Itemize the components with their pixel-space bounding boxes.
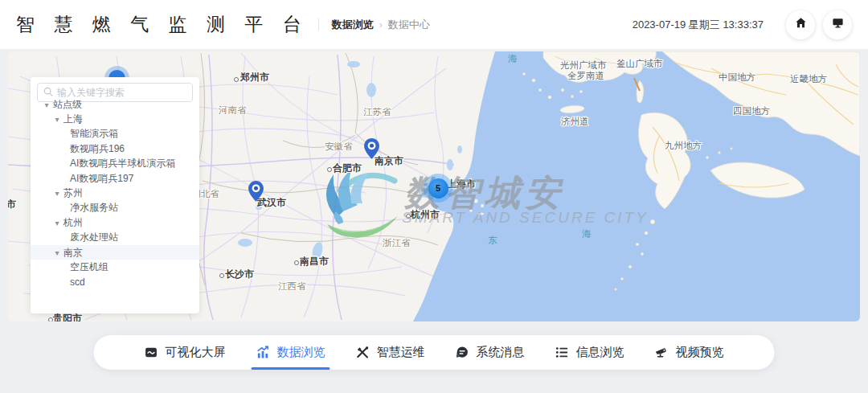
tab-visual-dashboard[interactable]: 可视化大屏 [145,335,226,370]
map-label-city: 合肥市 [333,162,362,175]
tree-leaf[interactable]: AI数视哨兵半球机演示箱 [31,157,199,171]
bottom-nav: 可视化大屏 数据浏览 智慧运维 系统消息 信息浏览 视频预览 [94,335,775,370]
tree-node-sitelevel[interactable]: ▾站点级 [31,97,199,112]
map-label-sea: 海 [582,228,592,240]
breadcrumb-section[interactable]: 数据浏览 [332,18,374,32]
tree-leaf[interactable]: 智能演示箱 [31,127,199,141]
chevron-down-icon[interactable]: ▾ [52,115,62,124]
chevron-down-icon[interactable]: ▾ [42,100,51,109]
map-label-city: 郑州市 [240,71,269,84]
tree-node-nanjing[interactable]: ▾南京 [31,245,199,260]
map-label-province: 安徽省 [325,141,353,153]
tree-leaf[interactable]: 空压机组 [31,260,199,274]
chevron-down-icon[interactable]: ▾ [52,219,62,227]
tab-system-message[interactable]: 系统消息 [456,335,525,370]
header-divider [318,18,319,31]
map-label-city: 南昌市 [300,255,329,268]
city-dot-marker [294,260,299,265]
breadcrumb-chevron-icon: › [379,19,383,31]
tree-node-suzhou[interactable]: ▾苏州 [31,186,199,200]
map-label-region: 全罗南道 [567,70,604,82]
map-canvas[interactable]: 数智城安 SMART AND SECURE CITY 郑州市 河南省 江苏省 安… [8,51,860,321]
map-pin-wuhan[interactable] [248,181,264,205]
city-dot-marker [234,77,239,82]
map-label-sea: 东 [488,235,497,247]
city-dot-marker [327,167,332,172]
map-label-sea: 海 [508,53,518,65]
screen-icon [832,17,844,32]
city-dot-marker [48,317,53,321]
chevron-down-icon[interactable]: ▾ [52,189,62,198]
map-label-province: 河南省 [219,104,247,117]
map-label-province: 江西省 [278,280,306,293]
app-title: 智 慧 燃 气 监 测 平 台 [16,12,309,37]
cluster-count: 5 [428,178,448,199]
tab-data-browse[interactable]: 数据浏览 [256,335,326,370]
home-icon [795,17,807,32]
map-label-region: 四国地方 [733,105,770,117]
tree-leaf[interactable]: 数视哨兵196 [31,141,199,156]
tab-info-browse[interactable]: 信息浏览 [555,335,624,370]
data-browse-icon [256,346,270,359]
map-label-region: 釜山广域市 [616,58,663,70]
map-cluster-marker[interactable]: 5 [424,174,452,203]
tree-node-shanghai[interactable]: ▾上海 [31,112,199,126]
map-label-city: 长沙市 [225,268,254,281]
site-tree-panel: ▾站点级 ▾上海 智能演示箱 数视哨兵196 AI数视哨兵半球机演示箱 AI数视… [31,77,199,313]
search-input[interactable] [57,87,186,98]
chevron-down-icon[interactable]: ▾ [52,248,62,257]
ops-tools-icon [356,346,370,359]
dashboard-icon [145,346,158,359]
map-label-province: 江苏省 [363,106,391,118]
tree-leaf[interactable]: 废水处理站 [31,231,199,245]
map-label-region: 九州地方 [665,140,702,152]
tree-leaf[interactable]: AI数视哨兵197 [31,171,199,186]
datetime-label: 2023-07-19 星期三 13:33:37 [633,18,764,32]
app-header: 智 慧 燃 气 监 测 平 台 数据浏览 › 数据中心 2023-07-19 星… [0,0,868,50]
map-label-province: 浙江省 [383,237,411,249]
map-label-region: 近畿地方 [790,73,827,85]
screen-button[interactable] [823,10,852,39]
map-label-city: 市 [8,198,16,211]
map-label-region: 济州道 [561,116,589,128]
map-label-region: 中国地方 [719,72,755,84]
watermark-subtitle: SMART AND SECURE CITY [402,209,649,227]
video-camera-icon [655,346,669,359]
tree-leaf[interactable]: 净水服务站 [31,201,199,215]
map-pin-nanjing[interactable] [364,138,379,162]
system-message-icon [456,346,469,359]
site-tree: ▾站点级 ▾上海 智能演示箱 数视哨兵196 AI数视哨兵半球机演示箱 AI数视… [31,97,199,289]
tab-video-preview[interactable]: 视频预览 [655,335,724,370]
breadcrumb-page[interactable]: 数据中心 [388,18,430,32]
tree-node-hangzhou[interactable]: ▾杭州 [31,215,199,230]
tree-leaf[interactable]: scd [31,275,199,289]
tab-smart-ops[interactable]: 智慧运维 [356,335,425,370]
info-list-icon [555,346,569,359]
home-button[interactable] [786,10,815,39]
city-dot-marker [219,273,224,278]
